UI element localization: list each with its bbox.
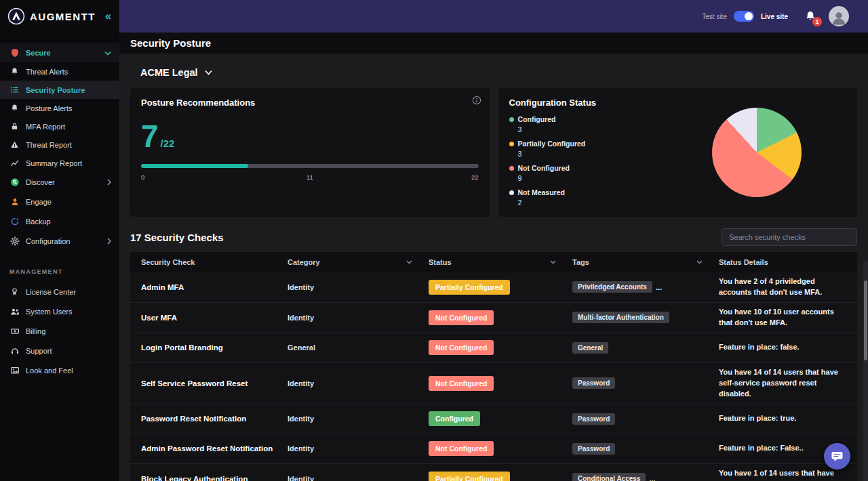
sidebar-collapse-icon[interactable]: « bbox=[105, 10, 113, 22]
support-headset-icon bbox=[9, 346, 20, 356]
gear-icon bbox=[9, 236, 20, 246]
tag-pill: Password bbox=[572, 377, 615, 389]
security-check-name: Admin MFA bbox=[141, 283, 288, 291]
legend-item-not-measured: Not Measured 2 bbox=[509, 188, 847, 207]
column-header-status[interactable]: Status bbox=[429, 258, 572, 266]
billing-icon bbox=[9, 327, 20, 336]
security-check-category: Identity bbox=[288, 314, 429, 322]
sidebar-item-threat-report[interactable]: Threat Report bbox=[0, 135, 119, 154]
table-row[interactable]: Password Reset Notification Identity Con… bbox=[130, 404, 857, 434]
security-check-name: Self Service Password Reset bbox=[141, 379, 288, 388]
security-check-category: Identity bbox=[288, 415, 429, 423]
sidebar-item-label: Threat Alerts bbox=[26, 68, 111, 76]
sidebar-item-threat-alerts[interactable]: Threat Alerts bbox=[0, 62, 119, 81]
table-row[interactable]: User MFA Identity Not Configured Multi-f… bbox=[130, 303, 857, 333]
search-input[interactable] bbox=[722, 228, 857, 246]
tag-pill: Password bbox=[572, 413, 615, 425]
scrollbar-thumb[interactable] bbox=[864, 280, 867, 360]
status-badge: Partially Configured bbox=[429, 280, 510, 295]
column-label: Security Check bbox=[141, 258, 195, 266]
sidebar-item-backup[interactable]: Backup bbox=[0, 211, 119, 231]
table-row[interactable]: Block Legacy Authentication Identity Par… bbox=[130, 464, 857, 481]
notifications-button[interactable]: 1 bbox=[804, 10, 816, 22]
chevron-right-icon bbox=[107, 179, 111, 186]
sidebar-item-posture-alerts[interactable]: Posture Alerts bbox=[0, 99, 119, 117]
security-checks-table-body: Admin MFA Identity Partially Configured … bbox=[130, 272, 857, 481]
table-row[interactable]: Login Portal Branding General Not Config… bbox=[130, 333, 857, 363]
sidebar-item-look-and-feel[interactable]: Look and Feel bbox=[0, 360, 119, 380]
sidebar-item-summary-report[interactable]: Summary Report bbox=[0, 154, 119, 172]
info-icon[interactable] bbox=[472, 96, 481, 105]
sidebar-item-label: Look and Feel bbox=[26, 367, 111, 375]
company-selector[interactable]: ACME Legal bbox=[140, 67, 212, 78]
security-check-category: General bbox=[288, 343, 429, 352]
chevron-right-icon bbox=[107, 238, 111, 245]
sidebar-item-support[interactable]: Support bbox=[0, 341, 119, 360]
legend-label: Configured bbox=[518, 115, 556, 123]
legend-value: 9 bbox=[518, 174, 847, 182]
main-content: ACME Legal Posture Recommendations 7 /22… bbox=[119, 54, 868, 481]
sidebar-item-label: Discover bbox=[26, 178, 101, 186]
status-details: You have 2 of 4 priviledged accounts tha… bbox=[719, 272, 849, 302]
brand-header: AUGMENTT « bbox=[0, 0, 119, 33]
sidebar-item-label: Billing bbox=[26, 327, 111, 335]
sidebar-item-engage[interactable]: Engage bbox=[0, 192, 119, 211]
person-icon bbox=[830, 9, 848, 26]
site-mode-toggle[interactable] bbox=[734, 11, 754, 22]
sidebar-item-secure[interactable]: Secure bbox=[0, 43, 119, 62]
column-label: Status Details bbox=[719, 258, 768, 266]
card-title: Configuration Status bbox=[509, 98, 847, 108]
posture-score-total: /22 bbox=[161, 138, 175, 150]
sidebar-item-billing[interactable]: Billing bbox=[0, 321, 119, 341]
legend-dot bbox=[509, 142, 514, 146]
lock-icon bbox=[9, 122, 20, 131]
security-checks-header: 17 Security Checks bbox=[130, 228, 857, 246]
security-check-tags-cell: Conditional Access ... bbox=[572, 473, 719, 481]
legend-value: 2 bbox=[518, 198, 847, 207]
license-ribbon-icon bbox=[9, 287, 20, 296]
security-check-status-cell: Not Configured bbox=[429, 376, 572, 391]
sidebar-item-label: Posture Alerts bbox=[26, 104, 111, 112]
table-row[interactable]: Admin Password Reset Notification Identi… bbox=[130, 434, 857, 464]
bell-icon bbox=[9, 67, 20, 76]
sidebar-item-label: Summary Report bbox=[26, 159, 111, 167]
legend-label: Partially Configured bbox=[518, 140, 586, 148]
column-label: Category bbox=[288, 258, 320, 266]
posture-scale: 0 11 22 bbox=[141, 173, 479, 182]
sidebar-item-label: Security Posture bbox=[26, 86, 111, 94]
sidebar-item-mfa-report[interactable]: MFA Report bbox=[0, 117, 119, 135]
column-label: Tags bbox=[572, 258, 589, 266]
sidebar-item-security-posture[interactable]: Security Posture bbox=[0, 81, 119, 99]
sidebar-item-system-users[interactable]: System Users bbox=[0, 301, 119, 321]
summary-cards-row: Posture Recommendations 7 /22 0 11 22 bbox=[130, 88, 857, 217]
table-row[interactable]: Self Service Password Reset Identity Not… bbox=[130, 363, 857, 404]
sidebar-item-license-center[interactable]: License Center bbox=[0, 282, 119, 301]
backup-refresh-icon bbox=[9, 217, 20, 226]
legend-dot bbox=[509, 166, 514, 171]
table-row[interactable]: Admin MFA Identity Partially Configured … bbox=[130, 272, 857, 303]
sidebar-item-label: Configuration bbox=[26, 237, 101, 245]
security-check-category: Identity bbox=[288, 444, 429, 453]
status-badge: Configured bbox=[429, 411, 480, 426]
column-header-tags[interactable]: Tags bbox=[572, 258, 719, 266]
app-window: AUGMENTT « Secure Threat Alerts bbox=[0, 0, 868, 481]
security-check-status-cell: Partially Configured bbox=[429, 472, 572, 481]
security-check-tags-cell: Password bbox=[572, 443, 719, 455]
engage-person-icon bbox=[9, 197, 20, 207]
security-check-status-cell: Not Configured bbox=[429, 441, 572, 456]
security-checks-table: Security Check Category Status Tags Stat… bbox=[130, 252, 857, 481]
column-header-category[interactable]: Category bbox=[288, 258, 429, 266]
vertical-scrollbar[interactable] bbox=[863, 262, 868, 481]
posture-progress-fill bbox=[141, 164, 248, 168]
user-avatar[interactable] bbox=[829, 6, 849, 26]
sidebar-item-discover[interactable]: Discover bbox=[0, 172, 119, 192]
chat-widget-button[interactable] bbox=[824, 443, 850, 469]
tag-pill: Conditional Access bbox=[572, 473, 646, 481]
status-badge: Not Configured bbox=[429, 310, 494, 325]
security-check-tags-cell: Multi-factor Authentication bbox=[572, 312, 719, 323]
sidebar-item-label: Threat Report bbox=[26, 141, 111, 149]
sidebar-item-configuration[interactable]: Configuration bbox=[0, 231, 119, 251]
status-badge: Not Configured bbox=[429, 376, 494, 391]
look-and-feel-image-icon bbox=[9, 366, 20, 375]
chevron-down-icon bbox=[550, 260, 556, 264]
